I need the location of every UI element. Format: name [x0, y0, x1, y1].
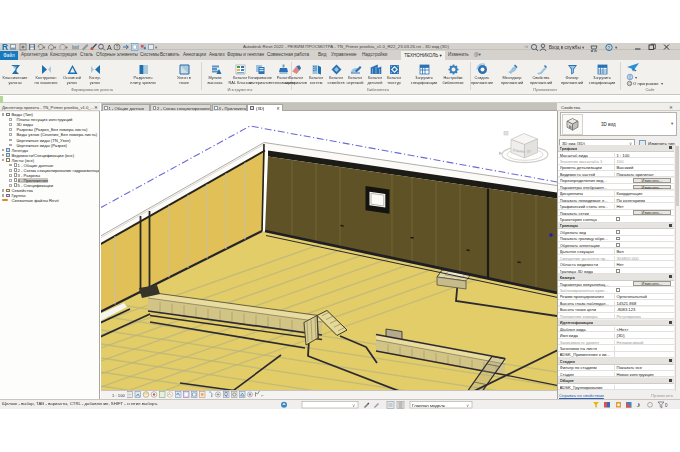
svg-text:▾: ▾	[155, 45, 158, 50]
svg-text:A: A	[107, 43, 112, 50]
svg-text:?: ?	[608, 44, 611, 50]
svg-text:Вход в службы: Вход в службы	[549, 45, 581, 50]
svg-text:R: R	[2, 42, 8, 52]
svg-text:▾: ▾	[43, 45, 46, 50]
svg-text:Q: Q	[224, 392, 228, 397]
svg-text:⌐: ⌐	[261, 392, 264, 398]
svg-text:▾: ▾	[54, 45, 57, 50]
svg-text:∨: ∨	[352, 402, 355, 407]
svg-text:∨: ∨	[466, 402, 469, 407]
svg-text:▾: ▾	[66, 45, 69, 50]
svg-text:▾: ▾	[582, 45, 585, 50]
svg-text:▾: ▾	[635, 75, 638, 80]
svg-text:О программе: О программе	[633, 81, 659, 86]
svg-text:?: ?	[116, 44, 119, 50]
svg-text:▾: ▾	[615, 45, 618, 50]
svg-text:Главная модель: Главная модель	[412, 402, 446, 407]
svg-text:0: 0	[665, 403, 668, 408]
svg-text:▾: ▾	[661, 81, 664, 86]
svg-text:О: О	[629, 82, 632, 86]
